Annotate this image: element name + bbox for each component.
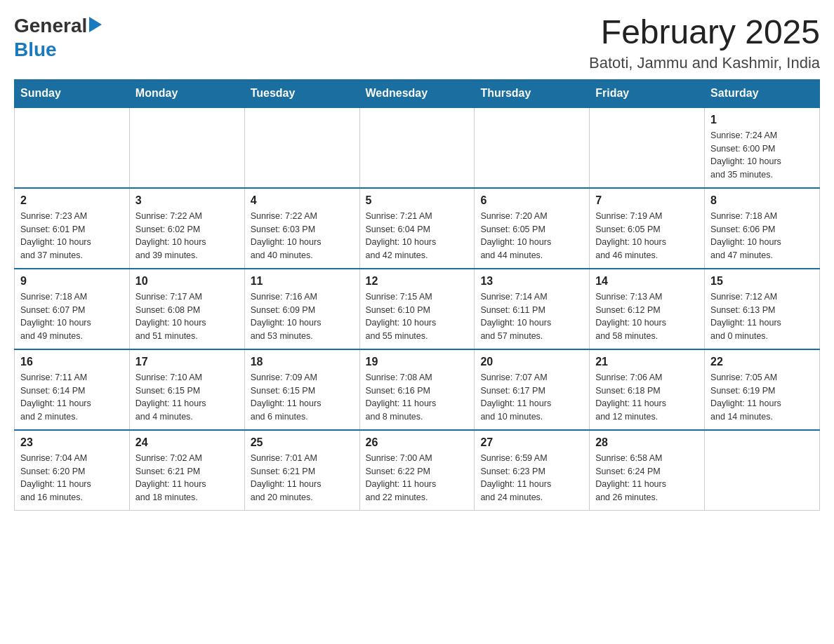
day-of-week-header: Thursday [475, 79, 590, 107]
calendar-day-cell: 28Sunrise: 6:58 AM Sunset: 6:24 PM Dayli… [590, 430, 705, 511]
calendar-day-cell: 15Sunrise: 7:12 AM Sunset: 6:13 PM Dayli… [705, 269, 820, 349]
calendar-week-row: 9Sunrise: 7:18 AM Sunset: 6:07 PM Daylig… [15, 269, 820, 349]
logo-general-text: General [14, 14, 87, 38]
day-number: 2 [20, 194, 124, 207]
day-number: 3 [135, 194, 239, 207]
calendar-week-row: 1Sunrise: 7:24 AM Sunset: 6:00 PM Daylig… [15, 107, 820, 188]
day-number: 18 [251, 356, 354, 368]
calendar-day-cell: 20Sunrise: 7:07 AM Sunset: 6:17 PM Dayli… [475, 349, 590, 430]
calendar-day-cell: 7Sunrise: 7:19 AM Sunset: 6:05 PM Daylig… [590, 188, 705, 269]
day-info: Sunrise: 7:12 AM Sunset: 6:13 PM Dayligh… [710, 290, 814, 343]
day-info: Sunrise: 7:22 AM Sunset: 6:03 PM Dayligh… [251, 210, 354, 262]
calendar-day-cell: 25Sunrise: 7:01 AM Sunset: 6:21 PM Dayli… [244, 430, 359, 511]
calendar-week-row: 23Sunrise: 7:04 AM Sunset: 6:20 PM Dayli… [15, 430, 820, 511]
logo: General Blue [14, 14, 102, 61]
day-info: Sunrise: 6:59 AM Sunset: 6:23 PM Dayligh… [480, 452, 583, 504]
logo-arrow-icon [89, 17, 102, 35]
day-number: 26 [366, 436, 469, 449]
day-of-week-header: Monday [129, 79, 244, 107]
calendar-day-cell: 19Sunrise: 7:08 AM Sunset: 6:16 PM Dayli… [359, 349, 475, 430]
calendar-day-cell: 6Sunrise: 7:20 AM Sunset: 6:05 PM Daylig… [475, 188, 590, 269]
calendar-day-cell: 12Sunrise: 7:15 AM Sunset: 6:10 PM Dayli… [359, 269, 475, 349]
day-number: 20 [480, 356, 583, 368]
day-info: Sunrise: 7:18 AM Sunset: 6:06 PM Dayligh… [710, 210, 814, 262]
day-number: 25 [251, 436, 354, 449]
day-info: Sunrise: 7:00 AM Sunset: 6:22 PM Dayligh… [366, 452, 469, 504]
day-number: 10 [135, 275, 239, 288]
calendar-day-cell [129, 107, 244, 188]
day-info: Sunrise: 7:14 AM Sunset: 6:11 PM Dayligh… [480, 290, 583, 343]
logo-blue-text: Blue [14, 39, 57, 60]
day-number: 15 [710, 275, 814, 288]
day-info: Sunrise: 7:08 AM Sunset: 6:16 PM Dayligh… [366, 371, 469, 424]
day-number: 13 [480, 275, 583, 288]
calendar-day-cell: 22Sunrise: 7:05 AM Sunset: 6:19 PM Dayli… [705, 349, 820, 430]
day-info: Sunrise: 7:11 AM Sunset: 6:14 PM Dayligh… [20, 371, 124, 424]
calendar-day-cell: 21Sunrise: 7:06 AM Sunset: 6:18 PM Dayli… [590, 349, 705, 430]
calendar-day-cell: 9Sunrise: 7:18 AM Sunset: 6:07 PM Daylig… [15, 269, 130, 349]
day-number: 28 [595, 436, 699, 449]
calendar-day-cell: 23Sunrise: 7:04 AM Sunset: 6:20 PM Dayli… [15, 430, 130, 511]
day-info: Sunrise: 7:17 AM Sunset: 6:08 PM Dayligh… [135, 290, 239, 343]
day-info: Sunrise: 7:05 AM Sunset: 6:19 PM Dayligh… [710, 371, 814, 424]
day-number: 27 [480, 436, 583, 449]
day-number: 19 [366, 356, 469, 368]
day-number: 12 [366, 275, 469, 288]
day-number: 23 [20, 436, 124, 449]
calendar-day-cell: 3Sunrise: 7:22 AM Sunset: 6:02 PM Daylig… [129, 188, 244, 269]
day-number: 4 [251, 194, 354, 207]
calendar-day-cell: 5Sunrise: 7:21 AM Sunset: 6:04 PM Daylig… [359, 188, 475, 269]
day-info: Sunrise: 7:07 AM Sunset: 6:17 PM Dayligh… [480, 371, 583, 424]
day-info: Sunrise: 7:18 AM Sunset: 6:07 PM Dayligh… [20, 290, 124, 343]
day-of-week-header: Friday [590, 79, 705, 107]
calendar-subtitle: Batoti, Jammu and Kashmir, India [589, 54, 820, 72]
calendar-day-cell [475, 107, 590, 188]
calendar-week-row: 16Sunrise: 7:11 AM Sunset: 6:14 PM Dayli… [15, 349, 820, 430]
day-info: Sunrise: 7:22 AM Sunset: 6:02 PM Dayligh… [135, 210, 239, 262]
day-of-week-header: Wednesday [359, 79, 475, 107]
calendar-day-cell [705, 430, 820, 511]
calendar-day-cell: 18Sunrise: 7:09 AM Sunset: 6:15 PM Dayli… [244, 349, 359, 430]
calendar-week-row: 2Sunrise: 7:23 AM Sunset: 6:01 PM Daylig… [15, 188, 820, 269]
day-info: Sunrise: 7:06 AM Sunset: 6:18 PM Dayligh… [595, 371, 699, 424]
day-info: Sunrise: 7:09 AM Sunset: 6:15 PM Dayligh… [251, 371, 354, 424]
day-info: Sunrise: 7:19 AM Sunset: 6:05 PM Dayligh… [595, 210, 699, 262]
day-number: 14 [595, 275, 699, 288]
day-of-week-header: Tuesday [244, 79, 359, 107]
day-number: 24 [135, 436, 239, 449]
day-number: 11 [251, 275, 354, 288]
day-number: 7 [595, 194, 699, 207]
calendar-day-cell: 16Sunrise: 7:11 AM Sunset: 6:14 PM Dayli… [15, 349, 130, 430]
day-number: 5 [366, 194, 469, 207]
day-info: Sunrise: 7:02 AM Sunset: 6:21 PM Dayligh… [135, 452, 239, 504]
day-info: Sunrise: 7:01 AM Sunset: 6:21 PM Dayligh… [251, 452, 354, 504]
calendar-day-cell: 13Sunrise: 7:14 AM Sunset: 6:11 PM Dayli… [475, 269, 590, 349]
day-number: 17 [135, 356, 239, 368]
day-info: Sunrise: 6:58 AM Sunset: 6:24 PM Dayligh… [595, 452, 699, 504]
day-info: Sunrise: 7:24 AM Sunset: 6:00 PM Dayligh… [710, 129, 814, 182]
day-info: Sunrise: 7:04 AM Sunset: 6:20 PM Dayligh… [20, 452, 124, 504]
calendar-day-cell [244, 107, 359, 188]
calendar-day-cell: 14Sunrise: 7:13 AM Sunset: 6:12 PM Dayli… [590, 269, 705, 349]
day-info: Sunrise: 7:16 AM Sunset: 6:09 PM Dayligh… [251, 290, 354, 343]
calendar-day-cell: 26Sunrise: 7:00 AM Sunset: 6:22 PM Dayli… [359, 430, 475, 511]
calendar-day-cell: 2Sunrise: 7:23 AM Sunset: 6:01 PM Daylig… [15, 188, 130, 269]
calendar-day-cell [590, 107, 705, 188]
calendar-day-cell [15, 107, 130, 188]
title-area: February 2025 Batoti, Jammu and Kashmir,… [589, 14, 820, 72]
calendar-day-cell: 27Sunrise: 6:59 AM Sunset: 6:23 PM Dayli… [475, 430, 590, 511]
day-info: Sunrise: 7:15 AM Sunset: 6:10 PM Dayligh… [366, 290, 469, 343]
day-info: Sunrise: 7:23 AM Sunset: 6:01 PM Dayligh… [20, 210, 124, 262]
day-number: 16 [20, 356, 124, 368]
day-info: Sunrise: 7:13 AM Sunset: 6:12 PM Dayligh… [595, 290, 699, 343]
day-number: 9 [20, 275, 124, 288]
calendar-day-cell: 8Sunrise: 7:18 AM Sunset: 6:06 PM Daylig… [705, 188, 820, 269]
day-info: Sunrise: 7:10 AM Sunset: 6:15 PM Dayligh… [135, 371, 239, 424]
day-number: 6 [480, 194, 583, 207]
day-number: 8 [710, 194, 814, 207]
calendar-title: February 2025 [589, 14, 820, 51]
day-of-week-header: Saturday [705, 79, 820, 107]
calendar-day-cell: 17Sunrise: 7:10 AM Sunset: 6:15 PM Dayli… [129, 349, 244, 430]
page-header: General Blue February 2025 Batoti, Jammu… [14, 14, 820, 72]
calendar-day-cell: 4Sunrise: 7:22 AM Sunset: 6:03 PM Daylig… [244, 188, 359, 269]
